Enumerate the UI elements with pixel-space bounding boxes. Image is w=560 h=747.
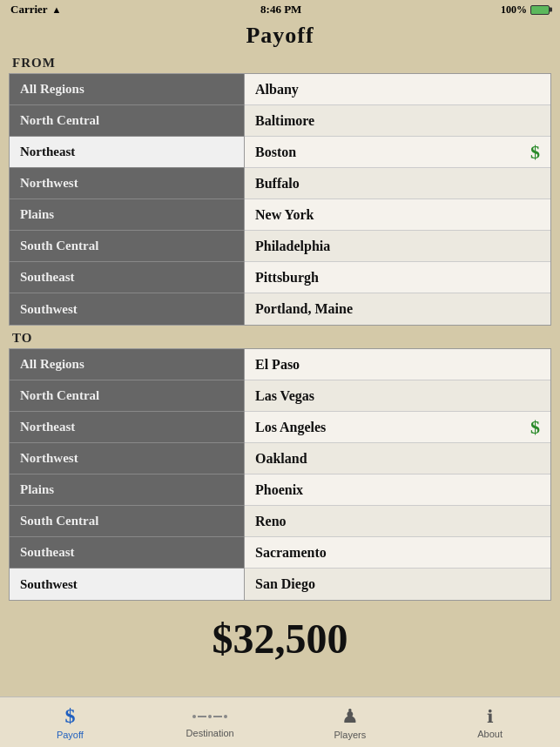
nav-label: Payoff bbox=[57, 730, 84, 740]
info-icon: ℹ bbox=[487, 706, 494, 727]
to-region-item[interactable]: Northwest bbox=[10, 443, 244, 474]
from-region-item[interactable]: North Central bbox=[10, 105, 244, 137]
to-region-item[interactable]: Northeast bbox=[10, 412, 244, 443]
dollar-badge: $ bbox=[530, 141, 540, 164]
status-bar: Carrier ▲ 8:46 PM 100% bbox=[0, 0, 560, 19]
battery-label: 100% bbox=[501, 3, 527, 17]
from-region-item[interactable]: Plains bbox=[10, 199, 244, 231]
from-region-item[interactable]: South Central bbox=[10, 231, 244, 262]
player-icon: ♟ bbox=[341, 705, 359, 728]
to-city-item[interactable]: Sacramento bbox=[245, 537, 550, 569]
nav-item-payoff[interactable]: $Payoff bbox=[0, 701, 140, 744]
nav-item-destination[interactable]: Destination bbox=[140, 703, 280, 742]
from-cities-col: AlbanyBaltimoreBoston$BuffaloNew YorkPhi… bbox=[245, 74, 550, 325]
to-region-item[interactable]: South Central bbox=[10, 506, 244, 537]
dollar-badge: $ bbox=[530, 416, 540, 439]
from-region-item[interactable]: Northwest bbox=[10, 168, 244, 199]
status-time: 8:46 PM bbox=[260, 3, 301, 17]
from-regions-col: All RegionsNorth CentralNortheastNorthwe… bbox=[10, 74, 245, 325]
from-region-item[interactable]: Northeast bbox=[10, 137, 244, 168]
nav-item-players[interactable]: ♟Players bbox=[280, 702, 421, 744]
to-region-item[interactable]: Southeast bbox=[10, 537, 244, 569]
from-city-item[interactable]: Portland, Maine bbox=[245, 293, 550, 325]
from-table: All RegionsNorth CentralNortheastNorthwe… bbox=[9, 73, 551, 326]
from-city-item[interactable]: Baltimore bbox=[245, 105, 550, 137]
to-regions-col: All RegionsNorth CentralNortheastNorthwe… bbox=[10, 349, 245, 600]
amount-display: $32,500 bbox=[0, 604, 560, 670]
to-table: All RegionsNorth CentralNortheastNorthwe… bbox=[9, 348, 551, 601]
to-cities-col: El PasoLas VegasLos Angeles$OaklandPhoen… bbox=[245, 349, 550, 600]
to-city-item[interactable]: Phoenix bbox=[245, 474, 550, 506]
to-city-item[interactable]: Las Vegas bbox=[245, 380, 550, 412]
bottom-nav: $PayoffDestination♟PlayersℹAbout bbox=[0, 697, 560, 747]
nav-label: About bbox=[477, 729, 503, 739]
status-left: Carrier ▲ bbox=[10, 3, 61, 17]
to-region-item[interactable]: Southwest bbox=[10, 569, 244, 600]
dollar-icon: $ bbox=[64, 704, 75, 728]
from-region-item[interactable]: All Regions bbox=[10, 74, 244, 105]
to-city-item[interactable]: El Paso bbox=[245, 349, 550, 380]
status-right: 100% bbox=[501, 3, 550, 17]
to-region-item[interactable]: All Regions bbox=[10, 349, 244, 380]
nav-item-about[interactable]: ℹAbout bbox=[420, 703, 560, 743]
nav-label: Players bbox=[334, 730, 367, 740]
to-region-item[interactable]: Plains bbox=[10, 474, 244, 506]
to-city-item[interactable]: San Diego bbox=[245, 569, 550, 600]
from-city-item[interactable]: New York bbox=[245, 199, 550, 231]
page-title: Payoff bbox=[0, 19, 560, 54]
nav-label: Destination bbox=[186, 728, 234, 738]
to-city-item[interactable]: Oakland bbox=[245, 443, 550, 474]
from-city-item[interactable]: Buffalo bbox=[245, 168, 550, 199]
to-city-item[interactable]: Los Angeles$ bbox=[245, 412, 550, 443]
from-region-item[interactable]: Southeast bbox=[10, 262, 244, 293]
from-city-item[interactable]: Boston$ bbox=[245, 137, 550, 168]
wifi-icon: ▲ bbox=[52, 4, 62, 15]
to-label: To bbox=[0, 329, 560, 348]
carrier-label: Carrier bbox=[10, 3, 48, 17]
from-city-item[interactable]: Philadelphia bbox=[245, 231, 550, 262]
to-city-item[interactable]: Reno bbox=[245, 506, 550, 537]
from-city-item[interactable]: Pittsburgh bbox=[245, 262, 550, 293]
from-label: From bbox=[0, 54, 560, 73]
from-region-item[interactable]: Southwest bbox=[10, 293, 244, 325]
from-city-item[interactable]: Albany bbox=[245, 74, 550, 105]
battery-icon bbox=[530, 5, 550, 15]
to-region-item[interactable]: North Central bbox=[10, 380, 244, 412]
dots-icon bbox=[192, 707, 227, 726]
